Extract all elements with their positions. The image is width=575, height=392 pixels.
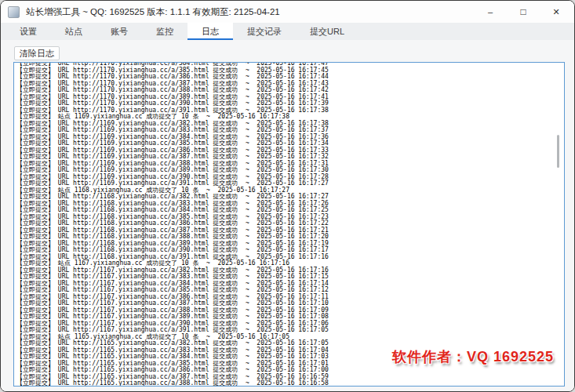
tab-submit-url[interactable]: 提交URL bbox=[296, 23, 358, 40]
tab-logs[interactable]: 日志 bbox=[187, 23, 233, 40]
scrollbar-thumb[interactable] bbox=[557, 135, 559, 168]
clear-log-button[interactable]: 清除日志 bbox=[14, 46, 60, 60]
minimize-icon[interactable]: – bbox=[474, 1, 507, 23]
tab-sites[interactable]: 站点 bbox=[51, 23, 96, 40]
tab-bar: 设置 站点 账号 监控 日志 提交记录 提交URL bbox=[1, 23, 574, 40]
tab-monitor[interactable]: 监控 bbox=[142, 23, 187, 40]
log-listbox: 【立即提交】 URL http://1170.yixianghua.cc/a/3… bbox=[13, 62, 565, 387]
window-controls: – □ ✕ bbox=[474, 1, 573, 23]
watermark-author: 软件作者：VQ 1692525 bbox=[392, 347, 554, 366]
log-row-url[interactable]: 【立即提交】 URL http://1165.yixianghua.cc/a/3… bbox=[16, 380, 564, 386]
app-icon bbox=[8, 6, 20, 18]
tab-submit-records[interactable]: 提交记录 bbox=[233, 23, 296, 40]
window-title: 站长增强工具 ~ QQ: 1692525 版本: 1.1.1 有效期至: 212… bbox=[26, 6, 280, 18]
app-window: 站长增强工具 ~ QQ: 1692525 版本: 1.1.1 有效期至: 212… bbox=[0, 0, 575, 392]
log-panel: 清除日志 【立即提交】 URL http://1170.yixianghua.c… bbox=[1, 40, 574, 391]
title-bar: 站长增强工具 ~ QQ: 1692525 版本: 1.1.1 有效期至: 212… bbox=[1, 1, 574, 23]
close-icon[interactable]: ✕ bbox=[540, 1, 573, 23]
tab-settings[interactable]: 设置 bbox=[5, 23, 51, 40]
tab-accounts[interactable]: 账号 bbox=[96, 23, 142, 40]
maximize-icon[interactable]: □ bbox=[507, 1, 540, 23]
log-list: 【立即提交】 URL http://1170.yixianghua.cc/a/3… bbox=[14, 63, 564, 386]
